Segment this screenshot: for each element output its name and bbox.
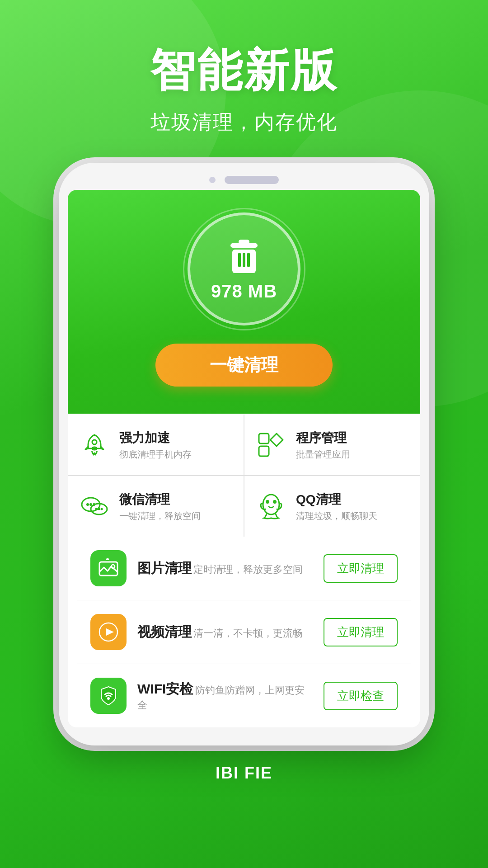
svg-point-17 — [100, 508, 103, 510]
wifi-check-action[interactable]: 立即检查 — [324, 682, 398, 710]
photo-clean-desc: 定时清理，释放更多空间 — [193, 564, 303, 575]
bottom-area: IBI FIE — [0, 764, 488, 783]
screen-top-section: 978 MB 一键清理 — [68, 190, 420, 414]
feature-wechat-desc: 一键清理，释放空间 — [119, 510, 201, 522]
photo-clean-name: 图片清理 — [137, 561, 192, 576]
list-item-wifi: WIFI安检 防钓鱼防蹭网，上网更安全 立即检查 — [77, 664, 411, 727]
main-subtitle: 垃圾清理，内存优化 — [0, 109, 488, 136]
svg-point-7 — [92, 440, 97, 444]
features-grid: 强力加速 彻底清理手机内存 程序管理 — [68, 415, 420, 537]
photo-clean-text: 图片清理 定时清理，释放更多空间 — [137, 559, 313, 578]
trash-icon — [226, 237, 262, 278]
qq-icon — [255, 491, 287, 522]
svg-rect-1 — [239, 240, 249, 244]
svg-marker-24 — [106, 628, 114, 636]
phone-speaker — [225, 176, 279, 184]
svg-point-16 — [98, 508, 100, 510]
feature-app-manage[interactable]: 程序管理 批量管理应用 — [244, 415, 420, 475]
list-item-video: 视频清理 清一清，不卡顿，更流畅 立即清理 — [77, 600, 411, 664]
feature-qq-desc: 清理垃圾，顺畅聊天 — [296, 510, 377, 522]
svg-rect-4 — [243, 253, 245, 267]
svg-point-22 — [111, 565, 115, 568]
phone-screen: 978 MB 一键清理 — [68, 190, 420, 727]
video-clean-action[interactable]: 立即清理 — [324, 618, 398, 646]
feature-boost[interactable]: 强力加速 彻底清理手机内存 — [68, 415, 244, 475]
feature-boost-desc: 彻底清理手机内存 — [119, 448, 192, 461]
svg-point-11 — [86, 503, 89, 506]
svg-point-15 — [95, 508, 97, 510]
trash-size-circle[interactable]: 978 MB — [188, 212, 300, 326]
feature-wechat-text: 微信清理 一键清理，释放空间 — [119, 491, 201, 522]
wifi-check-name: WIFI安检 — [137, 681, 193, 696]
svg-point-25 — [107, 697, 110, 700]
wifi-icon-wrap — [90, 678, 127, 714]
one-click-clean-button[interactable]: 一键清理 — [155, 344, 333, 387]
phone-mockup: 978 MB 一键清理 — [0, 163, 488, 745]
wifi-check-text: WIFI安检 防钓鱼防蹭网，上网更安全 — [137, 680, 313, 712]
phone-topbar — [59, 163, 429, 190]
list-section: 图片清理 定时清理，释放更多空间 立即清理 视频清理 — [77, 537, 411, 727]
rocket-icon — [79, 429, 110, 461]
feature-app-manage-text: 程序管理 批量管理应用 — [296, 429, 350, 461]
photo-icon-wrap — [90, 550, 127, 586]
svg-rect-3 — [238, 253, 241, 267]
phone-body: 978 MB 一键清理 — [59, 163, 429, 745]
svg-rect-5 — [247, 253, 250, 267]
photo-clean-action[interactable]: 立即清理 — [324, 554, 398, 583]
svg-point-12 — [89, 503, 92, 506]
feature-wechat-clean[interactable]: 微信清理 一键清理，释放空间 — [68, 476, 244, 537]
feature-wechat-name: 微信清理 — [119, 491, 201, 508]
svg-point-20 — [273, 500, 277, 504]
svg-point-18 — [263, 495, 279, 514]
main-title: 智能新版 — [0, 41, 488, 102]
feature-app-manage-name: 程序管理 — [296, 429, 350, 447]
grid-diamond-icon — [255, 429, 287, 461]
bottom-text: IBI FIE — [216, 764, 272, 783]
svg-rect-9 — [259, 446, 269, 456]
svg-rect-8 — [259, 434, 269, 443]
feature-boost-text: 强力加速 彻底清理手机内存 — [119, 429, 192, 461]
svg-point-19 — [266, 500, 269, 504]
feature-qq-text: QQ清理 清理垃圾，顺畅聊天 — [296, 491, 377, 522]
feature-qq-clean[interactable]: QQ清理 清理垃圾，顺畅聊天 — [244, 476, 420, 537]
trash-size-value: 978 MB — [211, 281, 277, 302]
header: 智能新版 垃圾清理，内存优化 — [0, 0, 488, 136]
svg-rect-0 — [230, 243, 258, 248]
svg-rect-2 — [232, 250, 256, 273]
phone-camera — [209, 177, 216, 183]
feature-qq-name: QQ清理 — [296, 491, 377, 508]
video-clean-name: 视频清理 — [137, 624, 192, 639]
wechat-icon — [79, 491, 110, 522]
feature-app-manage-desc: 批量管理应用 — [296, 448, 350, 461]
feature-boost-name: 强力加速 — [119, 429, 192, 447]
list-item-photo: 图片清理 定时清理，释放更多空间 立即清理 — [77, 537, 411, 600]
video-clean-desc: 清一清，不卡顿，更流畅 — [193, 627, 303, 639]
video-icon-wrap — [90, 614, 127, 650]
video-clean-text: 视频清理 清一清，不卡顿，更流畅 — [137, 623, 313, 642]
